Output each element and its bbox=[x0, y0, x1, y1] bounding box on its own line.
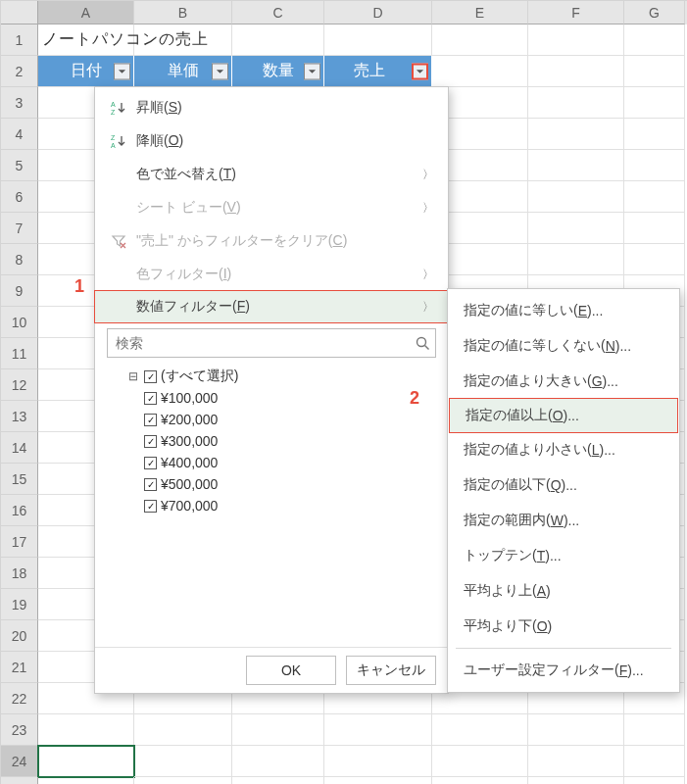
row-header-12[interactable]: 12 bbox=[1, 369, 38, 401]
row-header-18[interactable]: 18 bbox=[1, 558, 38, 589]
sub-top10[interactable]: トップテン(T)... bbox=[448, 538, 679, 573]
row-header-17[interactable]: 17 bbox=[1, 526, 38, 558]
title-cell[interactable]: ノートパソコンの売上 bbox=[38, 24, 134, 56]
sub-greater-than[interactable]: 指定の値より大きい(G)... bbox=[448, 364, 679, 399]
row-header-7[interactable]: 7 bbox=[1, 213, 38, 244]
row-header-15[interactable]: 15 bbox=[1, 464, 38, 495]
menu-sort-asc[interactable]: AZ 昇順(S) bbox=[95, 91, 448, 124]
filter-button-sales[interactable] bbox=[412, 63, 428, 79]
row-header-11[interactable]: 11 bbox=[1, 338, 38, 369]
col-header-B[interactable]: B bbox=[134, 1, 232, 24]
filter-button-date[interactable] bbox=[114, 63, 130, 79]
filter-search-input[interactable] bbox=[108, 335, 410, 351]
row-header-9[interactable]: 9 bbox=[1, 275, 38, 307]
row-header-25[interactable]: 25 bbox=[1, 777, 38, 784]
cell-F1[interactable] bbox=[528, 24, 624, 56]
callout-2: 2 bbox=[410, 388, 419, 409]
row-header-6[interactable]: 6 bbox=[1, 181, 38, 213]
header-qty-label: 数量 bbox=[263, 61, 294, 81]
sub-less-equal[interactable]: 指定の値以下(Q)... bbox=[448, 467, 679, 503]
chevron-right-icon: 〉 bbox=[422, 299, 434, 316]
menu-sort-color[interactable]: 色で並べ替え(T) 〉 bbox=[95, 158, 448, 191]
row-header-20[interactable]: 20 bbox=[1, 620, 38, 652]
menu-clear-filter: "売上" からフィルターをクリア(C) bbox=[95, 224, 448, 258]
sub-custom-filter[interactable]: ユーザー設定フィルター(F)... bbox=[448, 653, 679, 688]
row-header-22[interactable]: 22 bbox=[1, 683, 38, 714]
row-header-14[interactable]: 14 bbox=[1, 432, 38, 464]
filter-buttons: OK キャンセル bbox=[95, 647, 448, 693]
filter-value-list: ⊟✓(すべて選択) ✓¥100,000 ✓¥200,000 ✓¥300,000 … bbox=[128, 366, 436, 647]
row-header-10[interactable]: 10 bbox=[1, 307, 38, 338]
col-header-G[interactable]: G bbox=[624, 1, 685, 24]
check-value-5[interactable]: ✓¥700,000 bbox=[128, 495, 436, 516]
row-header-1[interactable]: 1 bbox=[1, 24, 38, 56]
row-header-4[interactable]: 4 bbox=[1, 119, 38, 150]
menu-number-filter[interactable]: 数値フィルター(F) 〉 bbox=[94, 290, 449, 323]
row-header-19[interactable]: 19 bbox=[1, 589, 38, 620]
row-header-8[interactable]: 8 bbox=[1, 244, 38, 275]
cell-G2[interactable] bbox=[624, 56, 685, 87]
row-header-21[interactable]: 21 bbox=[1, 652, 38, 683]
header-sales[interactable]: 売上 bbox=[324, 56, 432, 87]
col-header-D[interactable]: D bbox=[324, 1, 432, 24]
check-select-all[interactable]: ⊟✓(すべて選択) bbox=[128, 366, 436, 387]
col-header-C[interactable]: C bbox=[232, 1, 324, 24]
row-header-3[interactable]: 3 bbox=[1, 87, 38, 119]
col-header-F[interactable]: F bbox=[528, 1, 624, 24]
number-filter-submenu: 指定の値に等しい(E)... 指定の値に等しくない(N)... 指定の値より大き… bbox=[447, 288, 680, 693]
svg-point-4 bbox=[417, 338, 426, 347]
menu-sheet-view: シート ビュー(V) 〉 bbox=[95, 191, 448, 224]
column-header-row: A B C D E F G bbox=[1, 1, 687, 24]
check-value-3[interactable]: ✓¥400,000 bbox=[128, 452, 436, 473]
cell-D1[interactable] bbox=[324, 24, 432, 56]
row-header-2[interactable]: 2 bbox=[1, 56, 38, 87]
col-header-E[interactable]: E bbox=[432, 1, 528, 24]
row-header-23[interactable]: 23 bbox=[1, 714, 38, 746]
cell-B1[interactable] bbox=[134, 24, 232, 56]
cell-E2[interactable] bbox=[432, 56, 528, 87]
col-header-A[interactable]: A bbox=[38, 1, 134, 24]
active-cell-A24[interactable] bbox=[38, 746, 134, 777]
cell-C1[interactable] bbox=[232, 24, 324, 56]
sort-desc-icon: ZA bbox=[107, 133, 130, 149]
cell-F2[interactable] bbox=[528, 56, 624, 87]
row-header-16[interactable]: 16 bbox=[1, 495, 38, 526]
chevron-right-icon: 〉 bbox=[422, 267, 434, 283]
submenu-separator bbox=[456, 648, 671, 649]
check-value-0[interactable]: ✓¥100,000 bbox=[128, 387, 436, 409]
cell-E1[interactable] bbox=[432, 24, 528, 56]
cancel-button[interactable]: キャンセル bbox=[346, 656, 436, 685]
ok-button[interactable]: OK bbox=[246, 656, 336, 685]
cell-G1[interactable] bbox=[624, 24, 685, 56]
svg-text:Z: Z bbox=[111, 109, 116, 116]
svg-text:Z: Z bbox=[111, 134, 116, 141]
filter-button-unit-price[interactable] bbox=[212, 63, 228, 79]
check-value-4[interactable]: ✓¥500,000 bbox=[128, 473, 436, 495]
header-date[interactable]: 日付 bbox=[38, 56, 134, 87]
select-all-corner[interactable] bbox=[1, 1, 38, 24]
row-header-13[interactable]: 13 bbox=[1, 401, 38, 432]
sub-greater-equal[interactable]: 指定の値以上(O)... bbox=[449, 398, 678, 433]
sub-not-equals[interactable]: 指定の値に等しくない(N)... bbox=[448, 328, 679, 364]
row-header-5[interactable]: 5 bbox=[1, 150, 38, 181]
sort-asc-icon: AZ bbox=[107, 100, 130, 116]
filter-button-qty[interactable] bbox=[304, 63, 320, 79]
sub-equals[interactable]: 指定の値に等しい(E)... bbox=[448, 293, 679, 328]
header-date-label: 日付 bbox=[71, 61, 102, 81]
check-value-2[interactable]: ✓¥300,000 bbox=[128, 430, 436, 452]
sub-less-than[interactable]: 指定の値より小さい(L)... bbox=[448, 432, 679, 467]
header-unit-price[interactable]: 単価 bbox=[134, 56, 232, 87]
search-icon bbox=[410, 335, 435, 351]
filter-search-box[interactable] bbox=[107, 328, 436, 358]
menu-color-filter: 色フィルター(I) 〉 bbox=[95, 258, 448, 291]
check-value-1[interactable]: ✓¥200,000 bbox=[128, 409, 436, 430]
autofilter-menu: AZ 昇順(S) ZA 降順(O) 色で並べ替え(T) 〉 シート ビュー(V)… bbox=[94, 86, 449, 694]
sub-between[interactable]: 指定の範囲内(W)... bbox=[448, 503, 679, 538]
header-sales-label: 売上 bbox=[354, 61, 385, 81]
sub-below-avg[interactable]: 平均より下(O) bbox=[448, 609, 679, 644]
header-qty[interactable]: 数量 bbox=[232, 56, 324, 87]
row-header-24[interactable]: 24 bbox=[1, 746, 38, 777]
svg-text:A: A bbox=[111, 142, 116, 149]
sub-above-avg[interactable]: 平均より上(A) bbox=[448, 573, 679, 609]
menu-sort-desc[interactable]: ZA 降順(O) bbox=[95, 124, 448, 158]
